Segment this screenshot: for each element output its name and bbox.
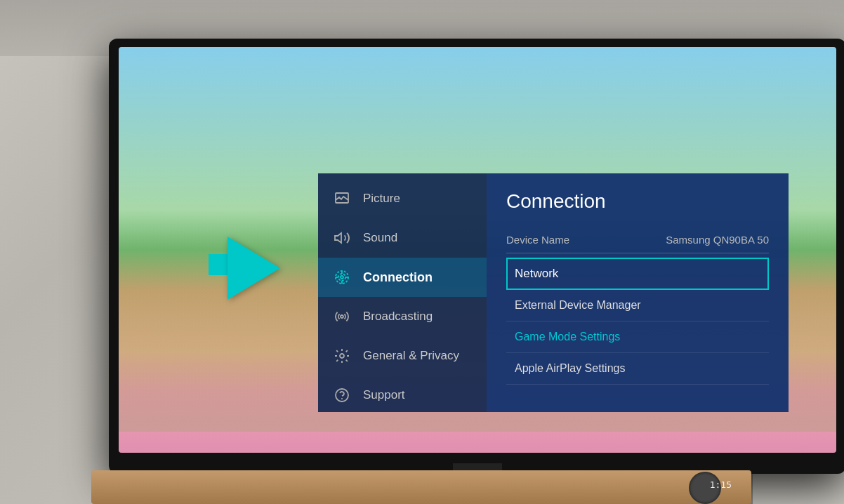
sidebar-item-sound[interactable]: Sound (318, 218, 487, 258)
sidebar-label-general: General & Privacy (363, 349, 459, 363)
sidebar-item-general[interactable]: General & Privacy (318, 336, 487, 376)
svg-point-10 (340, 354, 344, 358)
svg-marker-1 (335, 233, 341, 243)
tv-frame: Picture Sound (109, 39, 844, 474)
sidebar-label-connection: Connection (363, 270, 433, 285)
support-icon (332, 385, 352, 405)
menu-item-external-device-manager[interactable]: External Device Manager (506, 290, 769, 321)
sidebar-item-connection[interactable]: Connection (318, 258, 487, 297)
svg-point-3 (338, 274, 345, 281)
menu-item-external-label: External Device Manager (515, 299, 641, 311)
connection-panel: Connection Device Name Samsung QN90BA 50… (487, 173, 789, 412)
sound-icon (332, 228, 352, 248)
menu-item-network-label: Network (515, 267, 558, 280)
clock-display: 1:15 (710, 479, 732, 490)
panel-title: Connection (506, 190, 769, 213)
svg-point-2 (341, 276, 343, 279)
sidebar-item-picture[interactable]: Picture (318, 179, 487, 218)
svg-point-9 (341, 315, 343, 318)
device-name-value: Samsung QN90BA 50 (666, 234, 769, 246)
sidebar-label-picture: Picture (363, 192, 400, 206)
menu-item-airplay-label: Apple AirPlay Settings (515, 362, 625, 374)
sidebar-item-support[interactable]: Support (318, 376, 487, 415)
tv-screen: Picture Sound (119, 47, 836, 453)
menu-item-airplay[interactable]: Apple AirPlay Settings (506, 353, 769, 385)
sidebar-menu: Picture Sound (318, 173, 487, 412)
general-icon (332, 346, 352, 366)
picture-icon (332, 189, 352, 208)
menu-item-network[interactable]: Network (506, 258, 769, 290)
svg-point-11 (336, 389, 348, 402)
device-name-label: Device Name (506, 234, 569, 246)
shelf (91, 470, 751, 504)
connection-icon (332, 267, 352, 287)
menu-item-game-mode[interactable]: Game Mode Settings (506, 321, 769, 353)
menu-item-game-mode-label: Game Mode Settings (515, 331, 620, 343)
sidebar-label-broadcasting: Broadcasting (363, 310, 433, 324)
sidebar-label-sound: Sound (363, 231, 397, 245)
broadcasting-icon (332, 307, 352, 326)
arrow-pointer (228, 237, 280, 300)
sidebar-item-broadcasting[interactable]: Broadcasting (318, 297, 487, 336)
sidebar-label-support: Support (363, 388, 405, 402)
device-name-row: Device Name Samsung QN90BA 50 (506, 227, 769, 253)
